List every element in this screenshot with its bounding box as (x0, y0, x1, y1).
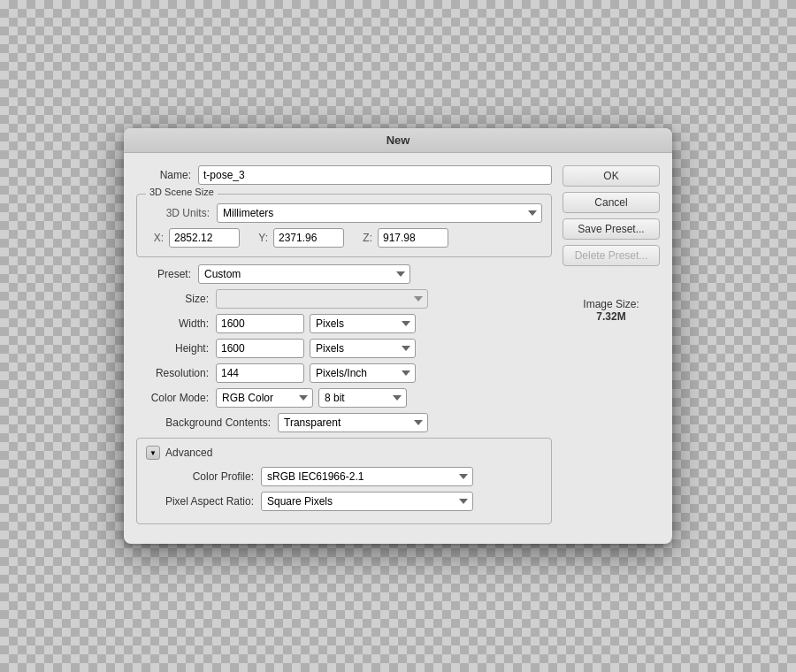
z-input[interactable] (378, 228, 448, 248)
name-row: Name: (136, 165, 552, 185)
side-panel: OK Cancel Save Preset... Delete Preset..… (563, 165, 660, 531)
ok-button[interactable]: OK (563, 165, 660, 187)
advanced-section: ▼ Advanced Color Profile: sRGB IEC61966-… (136, 438, 552, 524)
new-dialog: New Name: 3D Scene Size 3D Units: Millim… (124, 128, 672, 544)
resolution-unit-select[interactable]: Pixels/Inch Pixels/Centimeter (310, 363, 416, 383)
height-row: Height: Pixels Inches Centimeters (136, 339, 552, 358)
dialog-titlebar: New (124, 128, 672, 153)
advanced-header: ▼ Advanced (146, 446, 542, 460)
image-size-label: Image Size: (563, 298, 660, 310)
width-input[interactable] (216, 314, 304, 333)
pixel-ratio-row: Pixel Aspect Ratio: Square Pixels D1/DV … (146, 492, 542, 511)
color-mode-row: Color Mode: Bitmap Grayscale RGB Color C… (136, 388, 552, 408)
color-mode-select[interactable]: Bitmap Grayscale RGB Color CMYK Color La… (216, 388, 313, 408)
color-profile-label: Color Profile: (146, 470, 261, 483)
size-row: Size: (136, 289, 552, 309)
height-input[interactable] (216, 339, 304, 358)
size-label: Size: (136, 293, 216, 305)
image-size-value: 7.32M (563, 310, 660, 323)
units-row: 3D Units: Millimeters Centimeters Meters… (146, 203, 542, 223)
color-profile-row: Color Profile: sRGB IEC61966-2.1 (146, 467, 542, 486)
scene-size-label: 3D Scene Size (146, 187, 218, 197)
height-unit-select[interactable]: Pixels Inches Centimeters (310, 339, 416, 358)
preset-label: Preset: (136, 268, 198, 280)
x-input[interactable] (169, 228, 240, 248)
y-input[interactable] (273, 228, 344, 248)
preset-select[interactable]: Custom Default Photoshop Size U.S. Paper… (198, 264, 410, 284)
advanced-toggle[interactable]: ▼ (146, 446, 160, 460)
dialog-title: New (387, 134, 410, 147)
background-row: Background Contents: White Background Co… (136, 413, 552, 432)
resolution-row: Resolution: Pixels/Inch Pixels/Centimete… (136, 363, 552, 383)
pixel-ratio-select[interactable]: Square Pixels D1/DV NTSC D1/DV PAL (261, 492, 473, 511)
pixel-ratio-label: Pixel Aspect Ratio: (146, 495, 261, 508)
y-label: Y: (250, 232, 268, 244)
color-depth-select[interactable]: 8 bit 16 bit 32 bit (318, 388, 407, 408)
units-select[interactable]: Millimeters Centimeters Meters Inches Fe… (217, 203, 542, 223)
color-profile-select[interactable]: sRGB IEC61966-2.1 (261, 467, 473, 486)
advanced-label: Advanced (165, 447, 212, 459)
save-preset-button[interactable]: Save Preset... (563, 218, 660, 240)
z-label: Z: (355, 232, 372, 244)
cancel-button[interactable]: Cancel (563, 192, 660, 213)
width-unit-select[interactable]: Pixels Inches Centimeters (310, 314, 416, 333)
x-label: X: (146, 232, 164, 244)
width-label: Width: (136, 317, 216, 330)
preset-row: Preset: Custom Default Photoshop Size U.… (136, 264, 552, 284)
name-input[interactable] (198, 165, 552, 185)
main-panel: Name: 3D Scene Size 3D Units: Millimeter… (136, 165, 552, 531)
background-label: Background Contents: (136, 416, 278, 429)
size-select[interactable] (216, 289, 428, 309)
color-mode-label: Color Mode: (136, 392, 216, 404)
delete-preset-button[interactable]: Delete Preset... (563, 245, 660, 266)
image-size-section: Image Size: 7.32M (563, 298, 660, 323)
background-select[interactable]: White Background Color Transparent (278, 413, 428, 432)
resolution-label: Resolution: (136, 367, 216, 379)
xyz-row: X: Y: Z: (146, 228, 542, 248)
height-label: Height: (136, 342, 216, 355)
resolution-input[interactable] (216, 363, 304, 383)
units-label: 3D Units: (146, 207, 217, 219)
scene-size-group: 3D Scene Size 3D Units: Millimeters Cent… (136, 194, 552, 257)
width-row: Width: Pixels Inches Centimeters (136, 314, 552, 333)
name-label: Name: (136, 169, 198, 181)
